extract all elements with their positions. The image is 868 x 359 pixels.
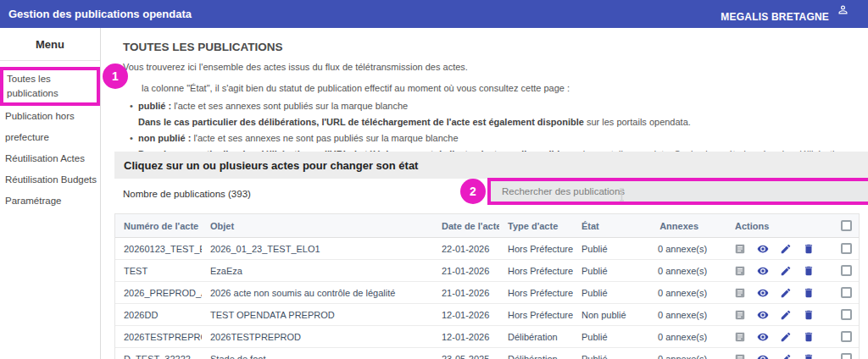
- article-icon[interactable]: [734, 243, 746, 255]
- cell-annexes: 0 annexe(s): [649, 288, 721, 298]
- bullet-publie: •publié : l'acte et ses annexes sont pub…: [130, 101, 868, 111]
- table-row[interactable]: 20260123_TEST_E 2026_01_23_TEST_ELO1 22-…: [115, 238, 859, 260]
- article-icon[interactable]: [734, 287, 746, 299]
- cell-date: 12-01-2026: [433, 332, 499, 342]
- edit-pencil-icon[interactable]: [780, 287, 792, 299]
- col-header-date[interactable]: Date de l'acte↓: [433, 221, 499, 231]
- view-eye-icon[interactable]: [757, 243, 769, 255]
- search-box-highlight: [487, 178, 868, 205]
- cell-numero: 2026TESTPREPROD: [115, 332, 202, 342]
- cell-type: Hors Préfecture: [499, 244, 573, 254]
- search-input[interactable]: [491, 181, 868, 202]
- delete-trash-icon[interactable]: [803, 287, 815, 299]
- delete-trash-icon[interactable]: [803, 265, 815, 277]
- sidebar-item-reutilisation-budgets[interactable]: Réutilisation Budgets: [0, 169, 100, 191]
- cell-numero: 2026_PREPROD_AN: [115, 288, 202, 298]
- cell-etat: Publié: [573, 244, 649, 254]
- table-row[interactable]: 2026TESTPREPROD 2026TESTPREPROD 12-01-20…: [115, 326, 859, 348]
- cell-type: Délibération: [499, 332, 573, 342]
- view-eye-icon[interactable]: [757, 265, 769, 277]
- cell-actions: [721, 287, 832, 299]
- article-icon[interactable]: [734, 331, 746, 343]
- bullet-publie-subtext-rest: sur les portails opendata.: [584, 117, 691, 127]
- cell-date: 21-01-2026: [433, 288, 499, 298]
- cell-numero: D_TEST_32222: [115, 354, 202, 359]
- row-checkbox[interactable]: [841, 243, 852, 254]
- view-eye-icon[interactable]: [757, 287, 769, 299]
- intro-text: Vous trouverez ici l'ensemble des actes …: [123, 62, 868, 72]
- cell-date: 22-01-2026: [433, 244, 499, 254]
- row-checkbox-cell: [832, 287, 860, 298]
- cell-annexes: 0 annexe(s): [649, 354, 721, 359]
- account-person-icon[interactable]: [837, 3, 849, 16]
- select-all-checkbox[interactable]: [841, 220, 852, 231]
- row-checkbox-cell: [832, 353, 860, 359]
- view-eye-icon[interactable]: [757, 353, 769, 359]
- cell-objet: 2026 acte non soumis au contrôle de léga…: [202, 288, 433, 298]
- row-checkbox-cell: [832, 331, 860, 342]
- sidebar-item-reutilisation-actes[interactable]: Réutilisation Actes: [0, 148, 100, 169]
- cell-numero: 20260123_TEST_E: [115, 244, 202, 254]
- table-row[interactable]: 2026_PREPROD_AN 2026 acte non soumis au …: [115, 282, 859, 304]
- article-icon[interactable]: [734, 309, 746, 321]
- row-checkbox-cell: [832, 309, 860, 320]
- sidebar: Menu Toutes les publications Publication…: [0, 28, 101, 359]
- col-header-annexes: Annexes: [649, 221, 721, 231]
- cell-annexes: 0 annexe(s): [649, 266, 721, 276]
- delete-trash-icon[interactable]: [803, 243, 815, 255]
- cell-etat: Publié: [573, 288, 649, 298]
- text-cursor-icon: [618, 188, 626, 205]
- edit-pencil-icon[interactable]: [780, 265, 792, 277]
- delete-trash-icon[interactable]: [803, 309, 815, 321]
- edit-pencil-icon[interactable]: [780, 331, 792, 343]
- annotation-step-2: 2: [460, 179, 486, 204]
- row-checkbox[interactable]: [841, 331, 852, 342]
- bullet-publie-text: l'acte et ses annexes sont publiés sur l…: [171, 101, 408, 111]
- cell-actions: [721, 353, 832, 359]
- row-checkbox[interactable]: [841, 353, 852, 359]
- table-row[interactable]: D_TEST_32222 Stade de foot 23-05-2025 Dé…: [115, 348, 859, 359]
- bullet-non-publie-text: l'acte et ses annexes ne sont pas publié…: [191, 133, 458, 143]
- table-row[interactable]: 2026DD TEST OPENDATA PREPROD 12-01-2026 …: [115, 304, 859, 326]
- bullet-publie-term: publié :: [138, 101, 171, 111]
- sidebar-item-parametrage[interactable]: Paramétrage: [0, 191, 100, 212]
- delete-trash-icon[interactable]: [803, 331, 815, 343]
- edit-pencil-icon[interactable]: [780, 309, 792, 321]
- row-checkbox[interactable]: [841, 309, 852, 320]
- col-header-type: Type d'acte: [499, 221, 573, 231]
- cell-annexes: 0 annexe(s): [649, 244, 721, 254]
- cell-type: Hors Préfecture: [499, 266, 573, 276]
- cell-etat: Publié: [573, 332, 649, 342]
- action-hint-band: Cliquez sur un ou plusieurs actes pour c…: [114, 152, 868, 179]
- edit-pencil-icon[interactable]: [780, 353, 792, 359]
- col-header-objet: Objet: [202, 221, 433, 231]
- cell-objet: Stade de foot: [202, 354, 433, 359]
- cell-objet: 2026TESTPREPROD: [202, 332, 433, 342]
- table-row[interactable]: TEST EzaEza 21-01-2026 Hors Préfecture P…: [115, 260, 859, 282]
- cell-annexes: 0 annexe(s): [649, 310, 721, 320]
- cell-objet: 2026_01_23_TEST_ELO1: [202, 244, 433, 254]
- publications-count: Nombre de publications (393): [123, 189, 251, 199]
- app-title: Gestion des publications opendata: [8, 8, 192, 20]
- delete-trash-icon[interactable]: [803, 353, 815, 359]
- edit-pencil-icon[interactable]: [780, 243, 792, 255]
- row-checkbox[interactable]: [841, 287, 852, 298]
- cell-type: Délibération: [499, 354, 573, 359]
- view-eye-icon[interactable]: [757, 309, 769, 321]
- sidebar-item-toutes-les-publications[interactable]: Toutes les publications: [0, 67, 100, 106]
- sidebar-menu-title: Menu: [0, 28, 100, 61]
- sidebar-item-publication-hors-prefecture[interactable]: Publication hors prefecture: [0, 106, 100, 148]
- article-icon[interactable]: [734, 353, 746, 359]
- select-all-checkbox-cell: [832, 220, 860, 231]
- row-checkbox[interactable]: [841, 265, 852, 276]
- page-title: TOUTES LES PUBLICATIONS: [123, 41, 868, 53]
- cell-date: 23-05-2025: [433, 354, 499, 359]
- article-icon[interactable]: [734, 265, 746, 277]
- cell-date: 12-01-2026: [433, 310, 499, 320]
- col-header-etat: État: [573, 221, 649, 231]
- status-note-text: la colonne "État", il s'agit bien du sta…: [142, 83, 868, 93]
- bullet-publie-subtext-bold: Dans le cas particulier des délibération…: [138, 117, 584, 127]
- view-eye-icon[interactable]: [757, 331, 769, 343]
- cell-actions: [721, 243, 832, 255]
- bullet-dot: •: [130, 101, 138, 111]
